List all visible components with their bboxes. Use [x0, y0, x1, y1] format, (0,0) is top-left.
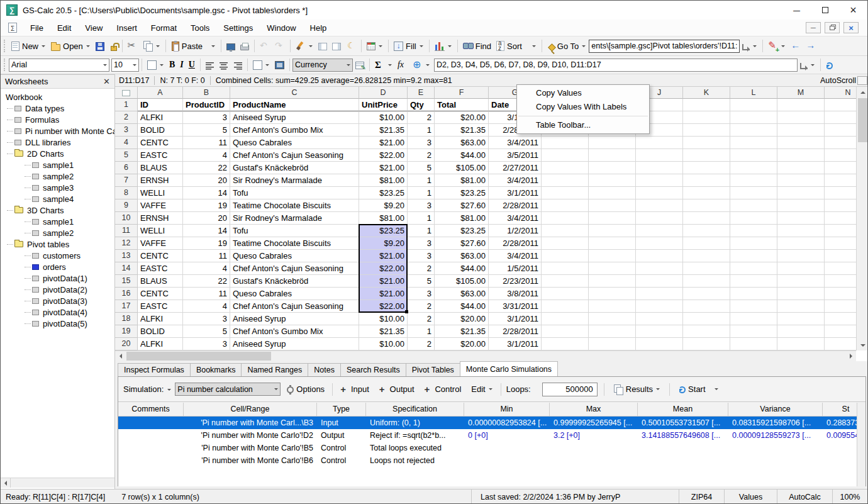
- grid-cell[interactable]: [589, 288, 636, 300]
- column-header-D[interactable]: D: [359, 87, 408, 99]
- grid-cell[interactable]: $27.60: [435, 199, 489, 212]
- grid-cell[interactable]: Queso Cabrales: [230, 137, 359, 149]
- toolbar-grip[interactable]: [4, 40, 6, 52]
- grid-cell[interactable]: [683, 237, 730, 250]
- grid-cell[interactable]: [825, 187, 856, 199]
- menu-insert[interactable]: Insert: [109, 21, 144, 35]
- grid-cell[interactable]: EASTC: [138, 149, 183, 162]
- grid-cell[interactable]: $21.00: [359, 275, 408, 288]
- grid-cell[interactable]: $21.35: [359, 124, 408, 137]
- grid-cell[interactable]: [589, 300, 636, 313]
- grid-cell[interactable]: [542, 338, 589, 350]
- grid-cell[interactable]: BOLID: [138, 325, 183, 338]
- recalculate-button[interactable]: [823, 60, 835, 70]
- grid-cell[interactable]: 11: [183, 137, 230, 149]
- grid-cell[interactable]: [542, 275, 589, 288]
- grid-cell[interactable]: [825, 99, 856, 111]
- row-header-17[interactable]: 17: [115, 300, 138, 313]
- grid-cell[interactable]: 19: [183, 199, 230, 212]
- grid-cell[interactable]: 3/8/2011: [489, 288, 542, 300]
- grid-cell[interactable]: $44.00: [435, 300, 489, 313]
- horizontal-scrollbar[interactable]: [115, 350, 856, 361]
- insert-button[interactable]: ⊕: [410, 59, 433, 71]
- chevron-down-icon[interactable]: [388, 64, 392, 68]
- grid-cell[interactable]: 2: [408, 262, 435, 275]
- grid-cell[interactable]: [589, 250, 636, 262]
- freeze-pane-button[interactable]: [330, 40, 343, 52]
- tree-item-customers[interactable]: customers: [1, 250, 114, 261]
- grid-cell[interactable]: [777, 225, 825, 237]
- grid-cell[interactable]: [730, 199, 777, 212]
- scroll-split-button[interactable]: [857, 76, 867, 85]
- grid-cell[interactable]: [730, 187, 777, 199]
- grid-cell[interactable]: $10.00: [359, 313, 408, 325]
- grid-cell[interactable]: [683, 187, 730, 199]
- split-pane-button[interactable]: [316, 40, 330, 52]
- grid-cell[interactable]: 3/1/2011: [489, 338, 542, 350]
- grid-cell[interactable]: $20.00: [435, 111, 489, 124]
- row-header-7[interactable]: 7: [115, 174, 138, 187]
- annotate-button[interactable]: [765, 40, 788, 52]
- scroll-down-arrow[interactable]: [857, 340, 868, 350]
- grid-cell[interactable]: [730, 338, 777, 350]
- grid-cell[interactable]: $81.00: [359, 212, 408, 225]
- grid-cell[interactable]: [683, 199, 730, 212]
- scroll-right-arrow[interactable]: [845, 351, 856, 361]
- grid-cell[interactable]: $23.25: [435, 187, 489, 199]
- grid-cell[interactable]: [825, 275, 856, 288]
- grid-cell[interactable]: [636, 212, 683, 225]
- grid-cell[interactable]: [542, 313, 589, 325]
- grid-cell[interactable]: [777, 250, 825, 262]
- grid-cell[interactable]: Teatime Chocolate Biscuits: [230, 199, 359, 212]
- mdi-close-button[interactable]: ×: [843, 22, 859, 33]
- align-left-button[interactable]: [203, 59, 217, 71]
- cut-button[interactable]: [125, 40, 140, 52]
- grid-cell[interactable]: $10.00: [359, 338, 408, 350]
- grid-cell[interactable]: [542, 174, 589, 187]
- row-header-5[interactable]: 5: [115, 149, 138, 162]
- grid-cell[interactable]: [825, 262, 856, 275]
- grid-cell[interactable]: [683, 313, 730, 325]
- grid-cell[interactable]: [777, 99, 825, 111]
- grid-cell[interactable]: 2/28/2011: [489, 199, 542, 212]
- grid-cell[interactable]: [825, 338, 856, 350]
- grid-cell[interactable]: [730, 137, 777, 149]
- tree-item-pivotdata-4-[interactable]: pivotData(4): [1, 306, 114, 318]
- grid-cell[interactable]: $27.60: [435, 237, 489, 250]
- grid-cell[interactable]: [636, 300, 683, 313]
- grid-cell[interactable]: 1: [408, 212, 435, 225]
- grid-cell[interactable]: $21.00: [359, 250, 408, 262]
- tab-inspect-formulas[interactable]: Inspect Formulas: [118, 363, 191, 376]
- row-header-13[interactable]: 13: [115, 250, 138, 262]
- scroll-left-arrow[interactable]: [1, 478, 11, 488]
- menu-help[interactable]: Help: [303, 21, 334, 35]
- goto-button[interactable]: Go To: [545, 40, 589, 52]
- column-header-C[interactable]: C: [230, 87, 359, 99]
- grid-cell[interactable]: 3: [408, 288, 435, 300]
- grid-cell[interactable]: [636, 149, 683, 162]
- grid-cell[interactable]: $105.00: [435, 275, 489, 288]
- date-picker-button[interactable]: [364, 40, 386, 52]
- grid-cell[interactable]: [730, 162, 777, 174]
- grid-cell[interactable]: [683, 338, 730, 350]
- grid-cell[interactable]: [777, 124, 825, 137]
- grid-cell[interactable]: [589, 313, 636, 325]
- tree-item-3d-charts[interactable]: 3D Charts: [1, 204, 114, 216]
- grid-cell[interactable]: [730, 288, 777, 300]
- grid-cell[interactable]: WELLI: [138, 187, 183, 199]
- grid-cell[interactable]: [636, 225, 683, 237]
- grid-cell[interactable]: 11: [183, 250, 230, 262]
- chevron-down-icon[interactable]: [448, 45, 452, 49]
- grid-cell[interactable]: 1: [408, 124, 435, 137]
- sidebar-close-button[interactable]: ✕: [103, 77, 110, 86]
- grid-cell[interactable]: Aniseed Syrup: [230, 338, 359, 350]
- grid-cell[interactable]: 2/28/2011: [489, 237, 542, 250]
- grid-cell[interactable]: Sir Rodney's Marmalade: [230, 212, 359, 225]
- grid-cell[interactable]: [589, 325, 636, 338]
- row-header-12[interactable]: 12: [115, 237, 138, 250]
- tree-item-pivot-tables[interactable]: Pivot tables: [1, 238, 114, 250]
- format-painter-button[interactable]: [293, 40, 316, 52]
- row-header-8[interactable]: 8: [115, 187, 138, 199]
- tab-named-ranges[interactable]: Named Ranges: [241, 363, 308, 376]
- grid-cell[interactable]: [636, 325, 683, 338]
